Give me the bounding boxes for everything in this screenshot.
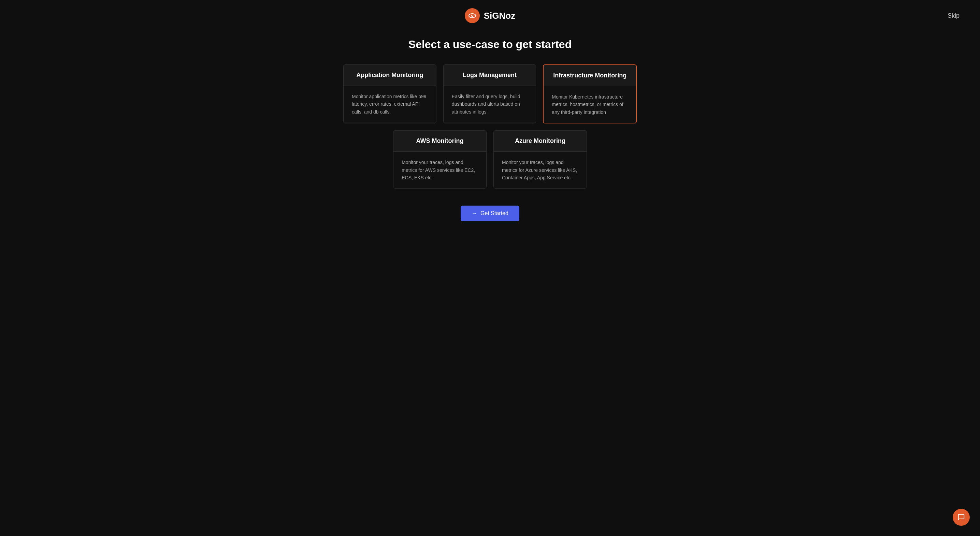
logo-area: SiGNoz: [465, 8, 515, 23]
signoz-logo-icon: [465, 8, 480, 23]
main-content: Select a use-case to get started Applica…: [336, 32, 644, 235]
bottom-cards-row: AWS Monitoring Monitor your traces, logs…: [393, 130, 587, 189]
card-title-azure-monitoring: Azure Monitoring: [502, 137, 578, 144]
card-header-logs-management: Logs Management: [444, 65, 536, 86]
card-title-application-monitoring: Application Monitoring: [352, 71, 428, 79]
logo-text: SiGNoz: [484, 11, 515, 21]
arrow-icon: →: [472, 210, 477, 217]
card-body-azure-monitoring: Monitor your traces, logs and metrics fo…: [494, 152, 587, 188]
card-aws-monitoring[interactable]: AWS Monitoring Monitor your traces, logs…: [393, 130, 487, 189]
get-started-button[interactable]: → Get Started: [461, 206, 519, 221]
card-desc-application-monitoring: Monitor application metrics like p99 lat…: [352, 93, 428, 116]
card-title-infrastructure-monitoring: Infrastructure Monitoring: [552, 72, 628, 79]
skip-button[interactable]: Skip: [948, 12, 959, 19]
card-body-logs-management: Easily filter and query logs, build dash…: [444, 86, 536, 122]
card-application-monitoring[interactable]: Application Monitoring Monitor applicati…: [343, 65, 436, 124]
card-desc-aws-monitoring: Monitor your traces, logs and metrics fo…: [402, 159, 478, 181]
card-azure-monitoring[interactable]: Azure Monitoring Monitor your traces, lo…: [493, 130, 587, 189]
header: SiGNoz Skip: [0, 0, 980, 32]
card-body-infrastructure-monitoring: Monitor Kubernetes infrastructure metric…: [544, 86, 636, 123]
card-header-application-monitoring: Application Monitoring: [344, 65, 436, 86]
card-header-infrastructure-monitoring: Infrastructure Monitoring: [544, 65, 636, 86]
card-desc-azure-monitoring: Monitor your traces, logs and metrics fo…: [502, 159, 578, 181]
svg-point-2: [472, 15, 473, 16]
card-desc-infrastructure-monitoring: Monitor Kubernetes infrastructure metric…: [552, 93, 628, 116]
card-body-aws-monitoring: Monitor your traces, logs and metrics fo…: [393, 152, 486, 188]
page-title: Select a use-case to get started: [409, 38, 571, 51]
card-header-azure-monitoring: Azure Monitoring: [494, 131, 587, 152]
chat-button[interactable]: [953, 509, 970, 526]
card-title-aws-monitoring: AWS Monitoring: [402, 137, 478, 144]
card-title-logs-management: Logs Management: [452, 71, 528, 79]
card-desc-logs-management: Easily filter and query logs, build dash…: [452, 93, 528, 116]
card-body-application-monitoring: Monitor application metrics like p99 lat…: [344, 86, 436, 122]
card-infrastructure-monitoring[interactable]: Infrastructure Monitoring Monitor Kubern…: [543, 65, 637, 124]
card-logs-management[interactable]: Logs Management Easily filter and query …: [443, 65, 536, 124]
top-cards-row: Application Monitoring Monitor applicati…: [343, 65, 637, 124]
get-started-label: Get Started: [480, 210, 508, 217]
card-header-aws-monitoring: AWS Monitoring: [393, 131, 486, 152]
